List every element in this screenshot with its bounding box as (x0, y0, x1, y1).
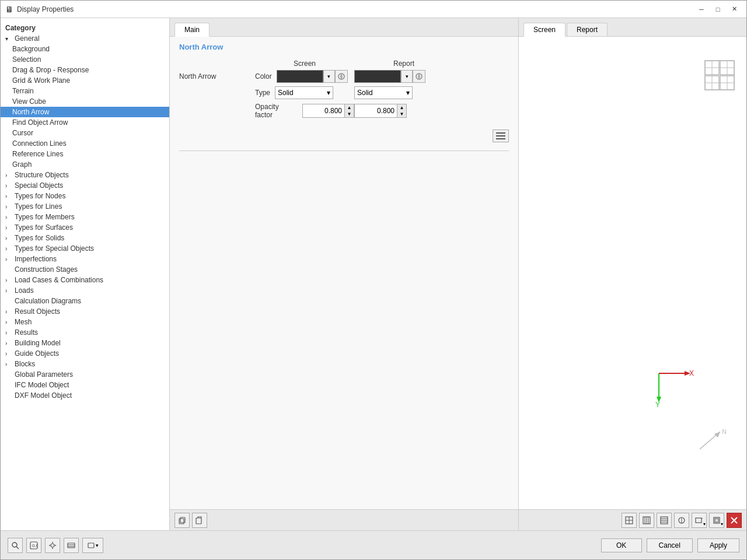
main-content: Screen Report North Arrow Color ▾ (170, 55, 518, 287)
preview-tool-reset[interactable] (727, 513, 742, 528)
tree-item-guide-objects[interactable]: ›Guide Objects (1, 348, 169, 359)
svg-point-45 (12, 542, 17, 547)
bottom-toolbar (170, 509, 518, 530)
screen-color-box[interactable] (277, 70, 323, 83)
preview-tool-6[interactable]: ▾ (709, 513, 724, 528)
svg-rect-7 (196, 518, 201, 524)
preview-tool-3[interactable] (657, 513, 672, 528)
tree-item-imperfections[interactable]: ›Imperfections (1, 254, 169, 264)
svg-rect-57 (88, 543, 94, 548)
tree-item-terrain[interactable]: Terrain (1, 86, 169, 96)
tree-label-global-parameters: Global Parameters (15, 370, 73, 379)
north-arrow-label: North Arrow (179, 72, 255, 80)
footer-counter[interactable]: 0.00 (26, 538, 41, 553)
hamburger-button[interactable] (493, 130, 509, 142)
expand-arrow-types-lines: › (5, 204, 12, 210)
expand-arrow-types-members: › (5, 214, 12, 220)
report-type-select[interactable]: Solid ▾ (354, 86, 413, 99)
tree-label-types-special: Types for Special Objects (15, 244, 94, 253)
tree-item-blocks[interactable]: ›Blocks (1, 359, 169, 369)
report-color-picker[interactable] (413, 70, 425, 83)
tree-item-types-nodes[interactable]: ›Types for Nodes (1, 191, 169, 201)
tree-item-selection[interactable]: Selection (1, 54, 169, 65)
report-color-box[interactable] (354, 70, 401, 83)
tree-item-types-solids[interactable]: ›Types for Solids (1, 233, 169, 243)
preview-tool-4[interactable] (674, 513, 689, 528)
tree-item-drag-drop[interactable]: Drag & Drop - Response (1, 65, 169, 75)
svg-rect-4 (496, 138, 505, 139)
report-color-dropdown[interactable]: ▾ (401, 70, 413, 83)
tree-item-types-lines[interactable]: ›Types for Lines (1, 201, 169, 212)
tree-label-building-model: Building Model (15, 339, 61, 347)
tree-item-special-objects[interactable]: ›Special Objects (1, 180, 169, 191)
svg-rect-3 (496, 135, 505, 136)
type-row: Type Solid ▾ Solid ▾ (179, 86, 509, 99)
tree-item-result-objects[interactable]: ›Result Objects (1, 306, 169, 317)
copy-button[interactable] (174, 513, 190, 528)
footer-layers[interactable] (64, 538, 79, 553)
tree-item-results[interactable]: ›Results (1, 327, 169, 338)
close-button[interactable]: ✕ (727, 4, 742, 15)
preview-toolbar: ▾ ▾ (519, 509, 746, 530)
tree-item-types-special[interactable]: ›Types for Special Objects (1, 243, 169, 254)
screen-color-picker[interactable] (335, 70, 348, 83)
tree-item-types-members[interactable]: ›Types for Members (1, 212, 169, 222)
expand-arrow-building-model: › (5, 340, 12, 346)
tab-screen[interactable]: Screen (523, 23, 566, 37)
expand-arrow-result-objects: › (5, 309, 12, 315)
paste-button[interactable] (192, 513, 207, 528)
preview-tool-5[interactable]: ▾ (692, 513, 707, 528)
screen-opacity-spinner[interactable]: 0.800 ▲ ▼ (302, 104, 354, 118)
tree-label-structure-objects: Structure Objects (15, 171, 69, 179)
report-opacity-up[interactable]: ▲ (397, 104, 406, 111)
tab-main[interactable]: Main (174, 23, 210, 37)
tree-item-construction-stages[interactable]: Construction Stages (1, 264, 169, 275)
report-opacity-down[interactable]: ▼ (397, 111, 406, 117)
tree-item-dxf-model[interactable]: DXF Model Object (1, 390, 169, 401)
tree-label-mesh: Mesh (15, 318, 32, 326)
footer-dropdown[interactable]: ▾ (82, 538, 103, 553)
footer-search[interactable] (8, 538, 23, 553)
tree-item-mesh[interactable]: ›Mesh (1, 317, 169, 327)
preview-tool-1[interactable] (622, 513, 637, 528)
tree-label-special-objects: Special Objects (15, 181, 63, 190)
screen-color-dropdown[interactable]: ▾ (323, 70, 335, 83)
tree-label-calculation-diagrams: Calculation Diagrams (15, 297, 81, 305)
tree-item-connection-lines[interactable]: Connection Lines (1, 138, 169, 149)
tree-item-cursor[interactable]: Cursor (1, 128, 169, 138)
tree-item-grid-work[interactable]: Grid & Work Plane (1, 75, 169, 86)
hamburger-area (179, 123, 509, 145)
tree-item-background[interactable]: Background (1, 44, 169, 54)
ok-button[interactable]: OK (601, 538, 642, 552)
tree-item-north-arrow[interactable]: North Arrow (1, 107, 169, 117)
expand-arrow-results: › (5, 330, 12, 336)
apply-button[interactable]: Apply (697, 538, 739, 552)
report-type-col: Solid ▾ (354, 86, 453, 99)
tree-item-global-parameters[interactable]: Global Parameters (1, 369, 169, 380)
tree-item-view-cube[interactable]: View Cube (1, 96, 169, 107)
tree-item-ifc-model[interactable]: IFC Model Object (1, 380, 169, 390)
tree-item-find-object[interactable]: Find Object Arrow (1, 117, 169, 128)
report-opacity-spinner[interactable]: 0.800 ▲ ▼ (354, 104, 407, 118)
tree-item-reference-lines[interactable]: Reference Lines (1, 149, 169, 159)
minimize-button[interactable]: ─ (694, 4, 709, 15)
maximize-button[interactable]: □ (710, 4, 725, 15)
screen-type-select[interactable]: Solid ▾ (275, 86, 333, 99)
tree-item-load-cases[interactable]: ›Load Cases & Combinations (1, 275, 169, 285)
tree-item-general[interactable]: ▾General (1, 33, 169, 44)
tree-item-building-model[interactable]: ›Building Model (1, 338, 169, 348)
preview-tool-2[interactable] (639, 513, 654, 528)
footer-settings[interactable] (45, 538, 60, 553)
screen-opacity-up[interactable]: ▲ (344, 104, 354, 111)
svg-text:0.00: 0.00 (32, 543, 38, 548)
tree-item-types-surfaces[interactable]: ›Types for Surfaces (1, 222, 169, 233)
screen-color-ctrl: ▾ (277, 70, 348, 83)
tab-report[interactable]: Report (567, 23, 608, 36)
tree-item-structure-objects[interactable]: ›Structure Objects (1, 170, 169, 180)
screen-opacity-down[interactable]: ▼ (344, 111, 354, 117)
tree-item-loads[interactable]: ›Loads (1, 285, 169, 296)
tree-item-calculation-diagrams[interactable]: Calculation Diagrams (1, 296, 169, 306)
opacity-row: Opacity factor 0.800 ▲ ▼ (179, 103, 509, 119)
cancel-button[interactable]: Cancel (647, 538, 693, 552)
tree-item-graph[interactable]: Graph (1, 159, 169, 170)
